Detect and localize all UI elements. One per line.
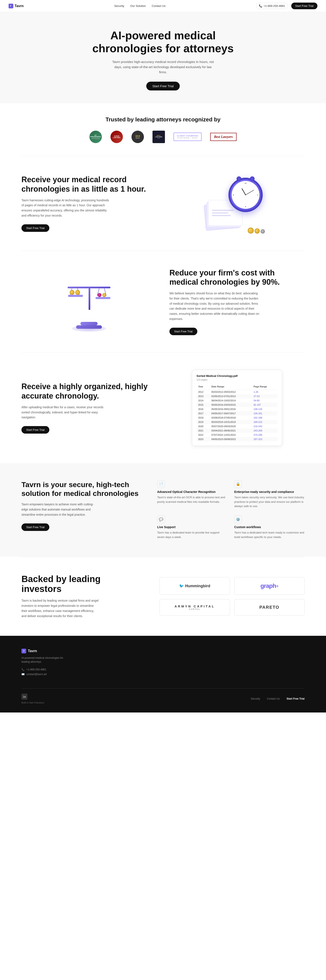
feature-3-text: Receive a highly organized, highly accur… <box>21 382 157 434</box>
hero-section: AI-powered medical chronologies for atto… <box>0 12 326 103</box>
features-heading: Tavrn is your secure, high-tech solution… <box>21 480 144 498</box>
table-row: 2020 05/07/2020-09/03/2020 216-242 <box>196 424 277 428</box>
footer-top: T Tavrn AI-powered medical chronologies … <box>21 649 305 678</box>
nav-phone-number: +1-669-250-4881 <box>264 4 285 8</box>
feature-2-image <box>21 269 157 334</box>
chrono-col-pages: Page Range <box>252 384 277 390</box>
feature-1-heading: Receive your medical record chronologies… <box>21 175 157 193</box>
feature-card-icon: 💬 <box>157 515 165 523</box>
table-row: 2017 04/05/2017-09/07/2017 135-161 <box>196 411 277 415</box>
clock-face: 12 6 3 9 <box>232 181 260 209</box>
footer-social-area: Built in San Francisco <box>21 694 44 704</box>
footer-linkedin-icon[interactable] <box>21 694 27 700</box>
chronology-card: Sorted Medical Chronology.pdf 123 pages … <box>192 370 282 446</box>
trusted-section: Trusted by leading attorneys recognized … <box>0 103 326 156</box>
table-row: 2023 04/05/2023-09/08/2023 297-323 <box>196 437 277 441</box>
badge-client-champion: CLIENT CHAMPION PLATINUM / 2022 <box>174 132 202 141</box>
linkedin-svg <box>23 695 26 698</box>
nav-phone[interactable]: 📞 +1-669-250-4881 <box>256 3 288 9</box>
footer-bottom-links: Security Contact Us Start Free Trial <box>251 697 305 700</box>
hero-cta-button[interactable]: Start Free Trial <box>146 82 179 91</box>
investors-description: Tavrn is backed by leading venture capit… <box>21 598 99 619</box>
nav-link-contact[interactable]: Contact Us <box>152 4 166 8</box>
feature-1-cta[interactable]: Start Free Trial <box>21 224 49 232</box>
hero-title: AI-powered medical chronologies for atto… <box>88 29 238 55</box>
feature-card: ⚙️ Custom workflows Tavrn has a dedicate… <box>234 515 305 539</box>
nav-link-solution[interactable]: Our Solution <box>130 4 146 8</box>
badge-av-preeminent: AV PREEMINENT MARTINDALE <box>89 130 102 143</box>
features-cta[interactable]: Start Free Trial <box>21 523 49 531</box>
feature-card-description: Tavrn takes security very seriously. We … <box>234 495 305 509</box>
client-champion-subtitle: PLATINUM / 2022 <box>177 137 198 139</box>
scale-pan-right <box>95 297 111 299</box>
feature-2-description: We believe lawyers should focus on what … <box>169 291 260 321</box>
feature-2-section: Reduce your firm's cost with medical chr… <box>0 251 326 352</box>
chrono-col-year: Year <box>196 384 209 390</box>
clock-illustration: 12 6 3 9 <box>203 173 271 234</box>
hero-description: Tavrn provides high-accuracy medical rec… <box>112 59 214 75</box>
table-row: 2016 05/05/2016-09/01/2016 108-134 <box>196 407 277 411</box>
graph-superscript: o <box>277 584 279 588</box>
svg-rect-1 <box>23 696 24 698</box>
footer-link-trial[interactable]: Start Free Trial <box>286 697 305 700</box>
trusted-logos: AV PREEMINENT MARTINDALE SUPER LAWYERS 1… <box>9 130 317 143</box>
navigation: T Tavrn Security Our Solution Contact Us… <box>0 0 326 12</box>
scale-pan-left <box>68 295 83 297</box>
feature-3-cta[interactable]: Start Free Trial <box>21 426 49 434</box>
nav-link-security[interactable]: Security <box>114 4 124 8</box>
footer: T Tavrn AI-powered medical chronologies … <box>0 636 326 713</box>
footer-phone-text: +1-669-250-4881 <box>26 668 46 671</box>
feature-card-description: Tavrn has a dedicated team to provide li… <box>157 530 228 539</box>
feature-1-text: Receive your medical record chronologies… <box>21 175 157 232</box>
nav-logo-text: Tavrn <box>14 4 24 8</box>
footer-phone-icon: 📞 <box>21 668 25 671</box>
feature-1-image: 12 6 3 9 <box>169 173 305 234</box>
nav-links: Security Our Solution Contact Us <box>114 4 166 8</box>
feature-2-heading: Reduce your firm's cost with medical chr… <box>169 268 305 286</box>
features-layout: Tavrn is your secure, high-tech solution… <box>21 480 305 539</box>
table-row: 2013 02/05/2013-07/01/2013 27-53 <box>196 394 277 398</box>
investors-inner: Backed by leading investors Tavrn is bac… <box>21 574 305 619</box>
nav-logo[interactable]: T Tavrn <box>9 4 24 8</box>
feature-card: 📄 Advanced Optical Character Recognition… <box>157 480 228 509</box>
scale-base-top <box>81 322 98 325</box>
footer-logo-t: T <box>23 650 25 652</box>
badge-best-law-firms: BEST LAW FIRMS 2023 <box>152 130 165 143</box>
table-row: 2021 03/04/2021-08/06/2021 243-269 <box>196 428 277 433</box>
scale-illustration <box>57 269 121 334</box>
footer-logo-text: Tavrn <box>28 649 37 653</box>
footer-tagline: AI-powered medical chronologies for lead… <box>21 656 69 664</box>
investor-pareto: PARETO <box>234 599 305 616</box>
feature-card-title: Live Support <box>157 525 228 529</box>
investor-armyn: ARMYN CAPITAL CAPITAL <box>160 599 230 616</box>
scale-coins-left <box>70 290 80 295</box>
features-left-text: Tavrn is your secure, high-tech solution… <box>21 480 144 531</box>
feature-card-icon: 📄 <box>157 480 165 488</box>
feature-card: 🔒 Enterprise-ready security and complian… <box>234 480 305 509</box>
footer-bottom: Built in San Francisco Security Contact … <box>21 688 305 704</box>
investor-graph: graph o <box>234 577 305 595</box>
phone-icon: 📞 <box>259 4 262 8</box>
investors-heading: Backed by leading investors <box>21 574 142 594</box>
feature-card-title: Custom workflows <box>234 525 305 529</box>
feature-card-description: Tavrn has a dedicated tech team ready to… <box>234 530 305 539</box>
feature-card-title: Advanced Optical Character Recognition <box>157 490 228 493</box>
nav-cta-button[interactable]: Start Free Trial <box>291 3 317 9</box>
scale-coins-right <box>98 293 106 297</box>
features-description: Tavrn empowers lawyers to achieve more w… <box>21 502 99 517</box>
scale-glow <box>72 325 106 332</box>
hummingbird-icon: 🐦 <box>179 584 184 588</box>
feature-card: 💬 Live Support Tavrn has a dedicated tea… <box>157 515 228 539</box>
footer-link-contact[interactable]: Contact Us <box>267 697 280 700</box>
footer-logo: T Tavrn <box>21 649 305 654</box>
footer-link-security[interactable]: Security <box>251 697 260 700</box>
feature-card-icon: 🔒 <box>234 480 242 488</box>
badge-best-lawyers: Best Lawyers <box>210 133 237 141</box>
feature-2-cta[interactable]: Start Free Trial <box>169 328 197 335</box>
footer-built-in: Built in San Francisco <box>21 701 44 704</box>
minute-hand <box>245 190 254 195</box>
svg-text:T: T <box>10 5 11 7</box>
feature-1-description: Tavrn harnesses cutting-edge AI technolo… <box>21 198 112 218</box>
nav-logo-icon: T <box>9 4 13 8</box>
table-row: 2018 02/08/2018-07/05/2018 162-188 <box>196 415 277 420</box>
